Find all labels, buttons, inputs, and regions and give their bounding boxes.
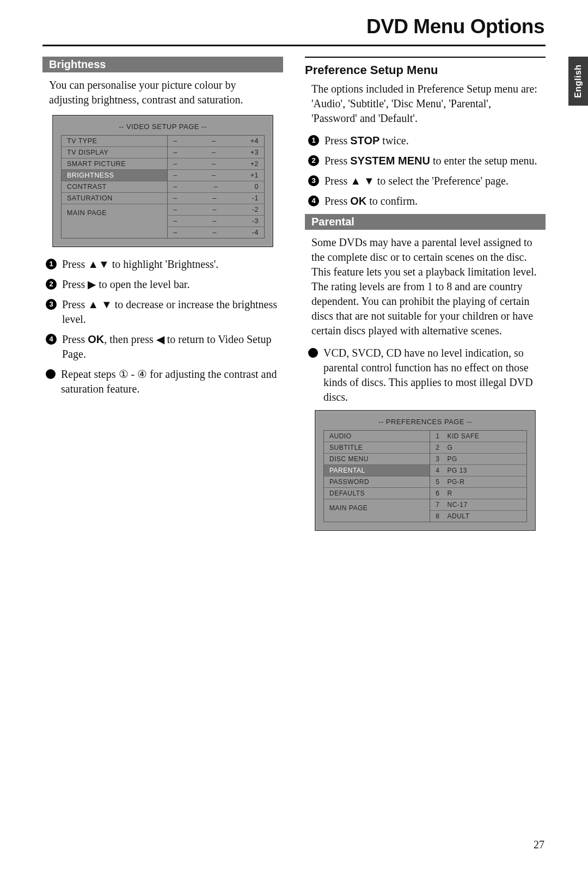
step-text: Press STOP twice. [324,133,546,148]
step-number-badge: 2 [308,155,319,166]
osd-menu-item: DEFAULTS [324,488,430,499]
step-number-badge: 1 [46,259,57,270]
parental-header: Parental [305,214,546,230]
parental-note: VCD, SVCD, CD have no level indication, … [305,346,546,405]
brightness-header: Brightness [42,57,283,72]
step-item: Repeat steps ① - ④ for adjusting the con… [46,367,283,396]
osd-title: -- VIDEO SETUP PAGE -- [61,121,265,135]
step-item: 4Press OK, then press ◀ to return to Vid… [46,332,283,362]
step-item: VCD, SVCD, CD have no level indication, … [308,346,546,405]
osd-value-row: 2G [430,442,526,454]
osd2-menu-items: AUDIOSUBTITLEDISC MENUPARENTALPASSWORDDE… [323,430,430,522]
step-item: 1Press ▲▼ to highlight 'Brightness'. [46,257,283,272]
osd-value-row: ––+4 [168,136,264,147]
osd-menu-item: TV DISPLAY [62,147,167,158]
osd-value-row: ––0 [168,181,264,193]
step-text: VCD, SVCD, CD have no level indication, … [323,346,546,405]
step-number-badge: 3 [308,175,319,186]
osd-menu-item: PARENTAL [324,465,430,476]
brightness-steps: 1Press ▲▼ to highlight 'Brightness'.2Pre… [42,257,283,396]
bullet-icon [46,369,56,379]
step-item: 1Press STOP twice. [308,133,546,148]
osd-value-row: ––-3 [168,216,264,227]
osd-menu-item: PASSWORD [324,476,430,488]
osd-value-row: 5PG-R [430,476,526,488]
right-column-rule [305,57,546,58]
preferences-osd: -- PREFERENCES PAGE -- AUDIOSUBTITLEDISC… [315,410,536,531]
osd-menu-item: AUDIO [324,431,430,442]
left-column: Brightness You can personalise your pict… [42,57,283,541]
osd2-title: -- PREFERENCES PAGE -- [323,417,527,430]
page-number: 27 [534,839,544,851]
osd-value-row: ––+3 [168,147,264,158]
osd-menu-item: SATURATION [62,193,167,204]
step-text: Press ▲ ▼ to decrease or increase the br… [62,297,283,327]
step-number-badge: 4 [308,195,319,206]
osd-menu-item: BRIGHTNESS [62,170,167,181]
osd-value-row: 8ADULT [430,511,526,522]
content-columns: Brightness You can personalise your pict… [42,57,546,541]
step-item: 3Press ▲ ▼ to select the 'Preference' pa… [308,174,546,188]
osd-menu-item: SMART PICTURE [62,158,167,170]
title-rule [42,45,546,46]
page-title: DVD Menu Options [366,15,544,38]
osd-main-page: MAIN PAGE [324,503,430,513]
osd-menu-item: TV TYPE [62,136,167,147]
osd-value-row: 1KID SAFE [430,431,526,442]
osd-value-row: ––-1 [168,193,264,204]
language-tab: English [568,57,588,106]
osd-main-page: MAIN PAGE [62,207,167,218]
brightness-intro: You can personalise your picture colour … [42,78,283,107]
step-text: Press OK, then press ◀ to return to Vide… [62,332,283,362]
step-item: 4Press OK to confirm. [308,194,546,209]
preference-steps: 1Press STOP twice.2Press SYSTEM MENU to … [305,133,546,209]
osd-menu-item: DISC MENU [324,454,430,465]
step-text: Press ▲ ▼ to select the 'Preference' pag… [324,174,546,188]
step-item: 3Press ▲ ▼ to decrease or increase the b… [46,297,283,327]
osd-value-row: ––+1 [168,170,264,181]
step-number-badge: 3 [46,299,57,310]
step-number-badge: 4 [46,334,57,345]
osd-menu-items: TV TYPETV DISPLAYSMART PICTUREBRIGHTNESS… [61,135,167,238]
step-text: Repeat steps ① - ④ for adjusting the con… [61,367,283,396]
parental-text: Some DVDs may have a parental level assi… [305,235,546,338]
step-text: Press ▲▼ to highlight 'Brightness'. [62,257,283,272]
osd-value-row: ––-2 [168,204,264,216]
right-column: Preference Setup Menu The options includ… [305,57,546,541]
osd-menu-item: SUBTITLE [324,442,430,454]
osd-value-row: 4PG 13 [430,465,526,476]
osd-menu-item: CONTRAST [62,181,167,193]
preference-intro: The options included in Preference Setup… [305,82,546,126]
language-tab-label: English [573,64,583,97]
osd-value-row: ––+2 [168,158,264,170]
step-text: Press OK to confirm. [324,194,546,209]
step-item: 2Press SYSTEM MENU to enter the setup me… [308,154,546,168]
osd-value-row: 6R [430,488,526,499]
osd-values: ––+4––+3––+2––+1––0––-1––-2––-3––-4 [167,135,265,238]
step-item: 2Press ▶ to open the level bar. [46,277,283,292]
osd-value-row: 7NC-17 [430,499,526,511]
osd2-values: 1KID SAFE2G3PG4PG 135PG-R6R7NC-178ADULT [430,430,527,522]
step-text: Press ▶ to open the level bar. [62,277,283,292]
bullet-icon [308,348,318,358]
osd-value-row: 3PG [430,454,526,465]
video-setup-osd: -- VIDEO SETUP PAGE -- TV TYPETV DISPLAY… [52,115,273,247]
preference-setup-title: Preference Setup Menu [305,63,546,77]
step-text: Press SYSTEM MENU to enter the setup men… [324,154,546,168]
osd-value-row: ––-4 [168,227,264,238]
step-number-badge: 1 [308,135,319,146]
step-number-badge: 2 [46,279,57,290]
